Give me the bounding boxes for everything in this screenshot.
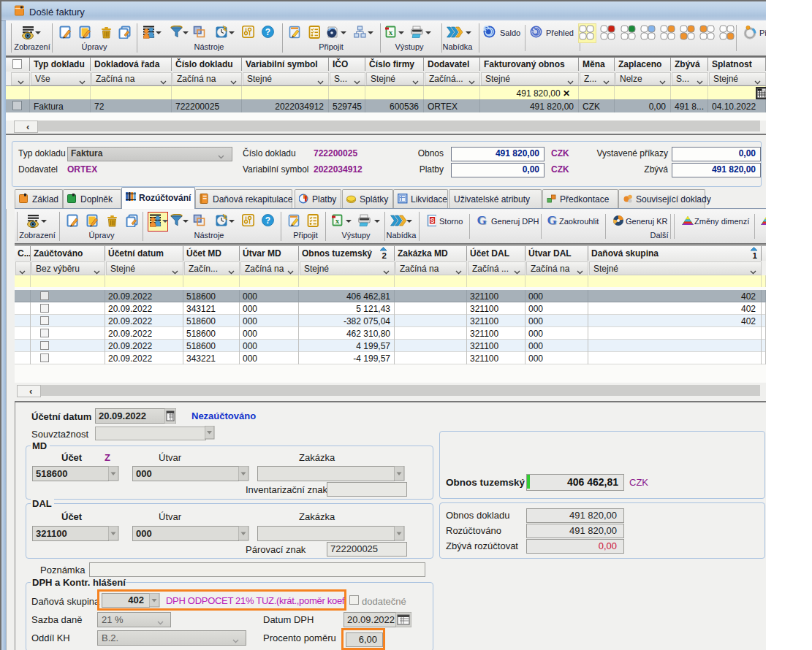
- svg-text:G: G: [477, 215, 486, 226]
- svg-text:x: x: [389, 28, 393, 37]
- svg-text:1: 1: [753, 251, 758, 259]
- svg-text:2: 2: [382, 251, 387, 259]
- svg-text:?: ?: [265, 27, 270, 37]
- svg-text:x: x: [335, 216, 340, 225]
- svg-text:S: S: [430, 217, 435, 224]
- svg-text:?: ?: [265, 215, 270, 226]
- svg-text:G: G: [547, 215, 556, 226]
